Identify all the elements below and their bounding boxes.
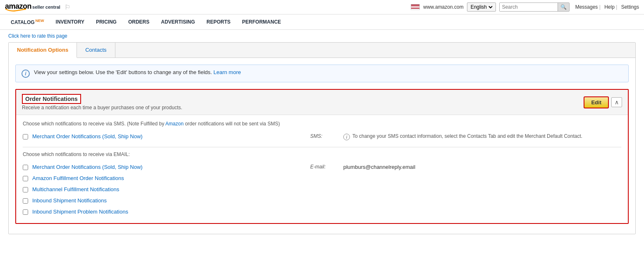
language-selector[interactable]: English	[467, 2, 496, 12]
edit-button[interactable]: Edit	[584, 96, 609, 108]
email-inbound-shipment-row: Inbound Shipment Notifications	[23, 195, 621, 206]
amazon-sms-link[interactable]: Amazon	[165, 121, 184, 127]
nav-item-orders[interactable]: ORDERS	[122, 15, 155, 29]
section-title: Order Notifications	[22, 94, 81, 104]
header-right-section: www.amazon.com English 🔍 Messages | Help…	[411, 2, 639, 12]
email-multichannel-row: Multichannel Fulfillment Notifications	[23, 184, 621, 195]
email-merchant-type-label: E-mail:	[310, 164, 343, 170]
sms-merchant-order-label: Merchant Order Notifications (Sold, Ship…	[32, 133, 310, 139]
messages-link[interactable]: Messages	[575, 4, 598, 10]
email-amazon-fulfillment-row: Amazon Fulfillment Order Notifications	[23, 173, 621, 184]
info-text: View your settings below. Use the 'Edit'…	[34, 69, 241, 75]
email-inbound-shipment-label: Inbound Shipment Notifications	[32, 197, 621, 204]
amazon-smile-icon	[5, 8, 26, 12]
tab-notification-options[interactable]: Notification Options	[9, 43, 77, 58]
email-merchant-order-row: Merchant Order Notifications (Sold, Ship…	[23, 161, 621, 173]
email-multichannel-label: Multichannel Fulfillment Notifications	[32, 186, 621, 192]
tab-contacts[interactable]: Contacts	[77, 43, 115, 58]
divider	[23, 147, 621, 147]
seller-central-label: seller central	[32, 5, 60, 10]
section-header: Order Notifications Receive a notificati…	[16, 90, 628, 115]
email-merchant-order-label: Merchant Order Notifications (Sold, Ship…	[32, 164, 310, 170]
tab-container: Notification Options Contacts i View you…	[8, 42, 636, 234]
nav-item-inventory[interactable]: INVENTORY	[50, 15, 90, 29]
flag-icon[interactable]: ⚐	[65, 3, 70, 11]
info-box: i View your settings below. Use the 'Edi…	[15, 65, 629, 82]
tab-content: i View your settings below. Use the 'Edi…	[9, 58, 635, 234]
page-header: amazon seller central ⚐ www.amazon.com E…	[0, 0, 644, 14]
settings-link[interactable]: Settings	[621, 4, 639, 10]
sms-notification-row: Merchant Order Notifications (Sold, Ship…	[23, 131, 621, 143]
email-amazon-fulfillment-checkbox[interactable]	[23, 176, 28, 181]
nav-item-reports[interactable]: REPORTS	[201, 15, 236, 29]
rate-page-link[interactable]: Click here to rate this page	[8, 33, 636, 39]
email-inbound-problem-row: Inbound Shipment Problem Notifications	[23, 206, 621, 217]
sms-info-icon: i	[343, 134, 350, 140]
main-navigation: CATALOGNEW INVENTORY PRICING ORDERS ADVE…	[0, 14, 644, 30]
section-subtitle: Receive a notification each time a buyer…	[22, 105, 584, 110]
email-merchant-order-value: plumburs@channelreply.email	[343, 164, 621, 170]
info-icon: i	[22, 70, 30, 78]
sms-info-text: To change your SMS contact information, …	[352, 133, 582, 139]
section-actions: Edit ∧	[584, 96, 622, 108]
nav-item-pricing[interactable]: PRICING	[90, 15, 122, 29]
language-dropdown[interactable]: English	[469, 4, 494, 10]
help-link[interactable]: Help	[604, 4, 615, 10]
domain-text: www.amazon.com	[423, 4, 463, 10]
us-flag-icon	[411, 4, 420, 10]
header-links: Messages | Help | Settings	[573, 4, 639, 10]
order-notifications-section: Order Notifications Receive a notificati…	[15, 89, 629, 224]
email-merchant-order-checkbox[interactable]	[23, 165, 28, 170]
learn-more-link[interactable]: Learn more	[213, 69, 241, 75]
amazon-brand: amazon	[5, 2, 31, 12]
nav-item-advertising[interactable]: ADVERTISING	[155, 15, 201, 29]
email-inbound-problem-checkbox[interactable]	[23, 209, 28, 215]
email-inbound-shipment-checkbox[interactable]	[23, 198, 28, 204]
email-note: Choose which notifications to receive vi…	[23, 151, 621, 157]
email-multichannel-checkbox[interactable]	[23, 187, 28, 192]
sms-info-box: i To change your SMS contact information…	[343, 133, 621, 140]
collapse-button[interactable]: ∧	[611, 97, 622, 107]
tab-header: Notification Options Contacts	[9, 43, 635, 58]
sms-merchant-order-checkbox[interactable]	[23, 134, 28, 139]
nav-item-catalog[interactable]: CATALOGNEW	[5, 14, 50, 29]
section-body: Choose which notifications to receive vi…	[16, 115, 628, 223]
sms-note: Choose which notifications to receive vi…	[23, 121, 621, 127]
main-content: Click here to rate this page Notificatio…	[0, 30, 644, 243]
sms-type-label: SMS:	[310, 133, 343, 139]
search-button[interactable]: 🔍	[558, 3, 569, 11]
email-inbound-problem-label: Inbound Shipment Problem Notifications	[32, 209, 621, 215]
nav-item-performance[interactable]: PERFORMANCE	[236, 15, 287, 29]
email-amazon-fulfillment-label: Amazon Fulfillment Order Notifications	[32, 175, 621, 181]
search-input[interactable]	[500, 3, 558, 11]
search-bar[interactable]: 🔍	[499, 2, 570, 12]
amazon-logo: amazon seller central	[5, 2, 60, 12]
section-title-group: Order Notifications Receive a notificati…	[22, 94, 584, 110]
